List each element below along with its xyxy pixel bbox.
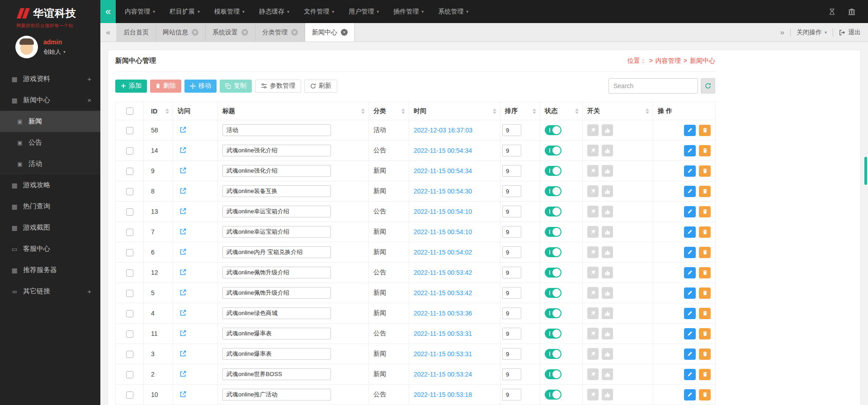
- sidebar-menu-item[interactable]: ▦ 推荐服务器: [0, 259, 100, 281]
- row-checkbox[interactable]: [126, 269, 133, 277]
- tab[interactable]: 新闻中心 ×: [305, 23, 355, 42]
- row-checkbox[interactable]: [126, 168, 133, 175]
- delete-row-button[interactable]: [699, 206, 711, 217]
- nav-menu-item[interactable]: 系统管理 ▾: [431, 0, 476, 23]
- menu-item-toggle-icon[interactable]: ×: [87, 96, 91, 104]
- delete-row-button[interactable]: [699, 389, 711, 400]
- clear-cache-building-icon[interactable]: [848, 8, 855, 15]
- visit-external-link-icon[interactable]: [179, 309, 187, 316]
- delete-row-button[interactable]: [699, 308, 711, 319]
- title-input[interactable]: [222, 267, 331, 278]
- status-toggle[interactable]: [545, 329, 561, 339]
- pin-top-button[interactable]: [587, 246, 599, 258]
- status-toggle[interactable]: [545, 247, 561, 257]
- status-toggle[interactable]: [545, 390, 561, 400]
- recommend-button[interactable]: [602, 287, 613, 299]
- sidebar-menu-item[interactable]: ▣ 活动: [0, 153, 100, 174]
- row-checkbox[interactable]: [126, 391, 133, 399]
- title-input[interactable]: [222, 328, 331, 339]
- pin-top-button[interactable]: [587, 348, 599, 360]
- title-input[interactable]: [222, 246, 331, 258]
- sort-input[interactable]: [502, 287, 521, 299]
- header-sort[interactable]: 排序: [500, 102, 540, 120]
- row-checkbox[interactable]: [126, 351, 133, 358]
- pin-top-button[interactable]: [587, 328, 599, 339]
- delete-row-button[interactable]: [699, 125, 711, 136]
- row-checkbox[interactable]: [126, 188, 133, 195]
- visit-external-link-icon[interactable]: [179, 167, 187, 174]
- edit-button[interactable]: [684, 348, 696, 360]
- row-checkbox[interactable]: [126, 249, 133, 256]
- sort-input[interactable]: [502, 267, 521, 278]
- sort-input[interactable]: [502, 185, 521, 197]
- nav-menu-item[interactable]: 插件管理 ▾: [386, 0, 431, 23]
- header-id[interactable]: ID: [144, 102, 173, 120]
- row-checkbox[interactable]: [126, 330, 133, 338]
- recommend-button[interactable]: [602, 226, 613, 238]
- edit-button[interactable]: [684, 287, 696, 299]
- tab[interactable]: 分类管理 ×: [255, 23, 305, 42]
- status-toggle[interactable]: [545, 125, 561, 135]
- pin-top-button[interactable]: [587, 206, 599, 217]
- user-role-dropdown[interactable]: 创始人 ▾: [43, 48, 66, 56]
- delete-row-button[interactable]: [699, 328, 711, 339]
- status-toggle[interactable]: [545, 227, 561, 237]
- delete-row-button[interactable]: [699, 369, 711, 380]
- time-link[interactable]: 2022-11-15 00:53:18: [414, 391, 472, 398]
- sidebar-menu-item[interactable]: ▣ 公告: [0, 132, 100, 153]
- tabs-scroll-left-button[interactable]: «: [100, 23, 117, 42]
- sidebar-menu-item[interactable]: ▦ 游戏攻略: [0, 174, 100, 196]
- row-checkbox[interactable]: [126, 147, 133, 155]
- header-category[interactable]: 分类: [369, 102, 409, 120]
- search-refresh-button[interactable]: [701, 78, 715, 94]
- recommend-button[interactable]: [602, 368, 613, 380]
- tab-close-icon[interactable]: ×: [241, 29, 248, 36]
- visit-external-link-icon[interactable]: [179, 248, 187, 255]
- recommend-button[interactable]: [602, 328, 613, 339]
- title-input[interactable]: [222, 287, 331, 299]
- pin-top-button[interactable]: [587, 307, 599, 319]
- sort-input[interactable]: [502, 206, 521, 217]
- nav-menu-item[interactable]: 文件管理 ▾: [297, 0, 341, 23]
- edit-button[interactable]: [684, 186, 696, 197]
- title-input[interactable]: [222, 307, 331, 319]
- status-toggle[interactable]: [545, 268, 561, 278]
- time-link[interactable]: 2022-11-15 00:54:30: [414, 188, 472, 195]
- time-link[interactable]: 2022-11-15 00:53:31: [414, 350, 472, 358]
- sidebar-collapse-button[interactable]: «: [100, 0, 116, 23]
- edit-button[interactable]: [684, 389, 696, 400]
- nav-menu-item[interactable]: 模板管理 ▾: [207, 0, 252, 23]
- edit-button[interactable]: [684, 308, 696, 319]
- nav-menu-item[interactable]: 静态缓存 ▾: [252, 0, 297, 23]
- delete-row-button[interactable]: [699, 287, 711, 299]
- pin-top-button[interactable]: [587, 124, 599, 136]
- menu-item-toggle-icon[interactable]: +: [87, 287, 91, 295]
- edit-button[interactable]: [684, 165, 696, 177]
- tab[interactable]: 后台首页: [117, 23, 156, 42]
- pin-top-button[interactable]: [587, 267, 599, 278]
- status-toggle[interactable]: [545, 166, 561, 176]
- pin-top-button[interactable]: [587, 389, 599, 400]
- visit-external-link-icon[interactable]: [179, 126, 187, 133]
- edit-button[interactable]: [684, 145, 696, 156]
- recommend-button[interactable]: [602, 267, 613, 278]
- sidebar-menu-item[interactable]: ▭ 客服中心: [0, 238, 100, 259]
- menu-item-toggle-icon[interactable]: +: [87, 75, 91, 83]
- sidebar-menu-item[interactable]: ▣ 新闻: [0, 111, 100, 132]
- move-button[interactable]: 移动: [184, 80, 217, 93]
- time-link[interactable]: 2022-11-15 00:53:42: [414, 289, 472, 297]
- pin-top-button[interactable]: [587, 226, 599, 238]
- tab-close-icon[interactable]: ×: [192, 29, 198, 36]
- visit-external-link-icon[interactable]: [179, 391, 187, 398]
- recommend-button[interactable]: [602, 165, 613, 177]
- refresh-button[interactable]: 刷新: [304, 80, 337, 93]
- sort-input[interactable]: [502, 226, 521, 238]
- sort-input[interactable]: [502, 145, 521, 156]
- recommend-button[interactable]: [602, 145, 613, 156]
- title-input[interactable]: [222, 124, 331, 136]
- visit-external-link-icon[interactable]: [179, 187, 187, 194]
- sort-input[interactable]: [502, 328, 521, 339]
- row-checkbox[interactable]: [126, 208, 133, 216]
- visit-external-link-icon[interactable]: [179, 207, 187, 215]
- copy-button[interactable]: 复制: [220, 80, 252, 93]
